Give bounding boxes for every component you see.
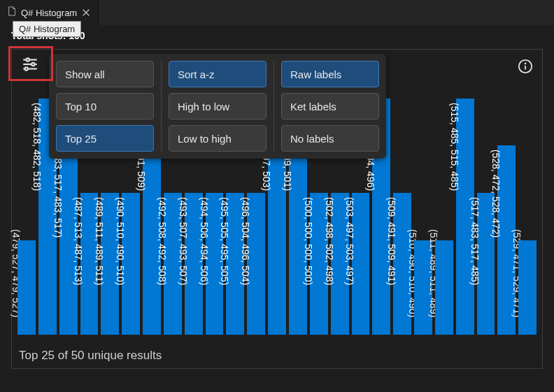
bar-wrap: (479, 527, 479, 527) bbox=[17, 58, 36, 335]
bar-label: (494, 506, 494, 506) bbox=[199, 197, 210, 285]
labels-none[interactable]: No labels bbox=[281, 125, 379, 152]
file-icon bbox=[7, 6, 17, 19]
bar-label: (483, 517, 483, 517) bbox=[52, 150, 64, 238]
labels-ket[interactable]: Ket labels bbox=[281, 93, 379, 119]
tab-strip: Q# Histogram bbox=[0, 0, 554, 25]
sort-az[interactable]: Sort a-z bbox=[169, 61, 267, 87]
svg-point-1 bbox=[27, 58, 29, 61]
footer-text: Top 25 of 50 unique results bbox=[19, 349, 162, 363]
bar-label: (495, 505, 495, 505) bbox=[219, 197, 230, 285]
filter-top-25[interactable]: Top 25 bbox=[56, 125, 154, 152]
bar-label: (489, 511, 489, 511) bbox=[94, 197, 105, 285]
bar-label: (500, 500, 500, 500) bbox=[303, 197, 314, 285]
bar-label: (482, 518, 482, 518) bbox=[31, 103, 43, 191]
filter-top-10[interactable]: Top 10 bbox=[56, 93, 154, 119]
bar-wrap: (529, 471, 529, 471) bbox=[518, 58, 537, 335]
close-icon[interactable] bbox=[81, 8, 91, 17]
bar-wrap: (515, 485, 515, 485) bbox=[456, 58, 474, 335]
info-icon[interactable] bbox=[516, 57, 535, 76]
tab-label: Q# Histogram bbox=[21, 8, 77, 18]
svg-point-5 bbox=[24, 67, 27, 70]
bar[interactable] bbox=[435, 240, 453, 335]
bar[interactable]: (490, 510, 490, 510) bbox=[122, 193, 140, 335]
bar-label: (493, 507, 493, 507) bbox=[178, 197, 189, 285]
bar-wrap: (511, 489, 511, 489) bbox=[435, 58, 453, 335]
settings-icon[interactable] bbox=[16, 52, 44, 76]
bar[interactable]: (503, 497, 503, 497) bbox=[352, 193, 370, 335]
options-panel: Show allTop 10Top 25Sort a-zHigh to lowL… bbox=[49, 54, 386, 159]
bar-label: (487, 513, 487, 513) bbox=[73, 197, 84, 285]
bar-label: (517, 483, 517, 485) bbox=[469, 197, 481, 285]
bar[interactable]: (496, 504, 496, 504) bbox=[247, 193, 265, 335]
panel-separator bbox=[274, 61, 274, 152]
header: Total shots: 100 bbox=[0, 25, 554, 45]
histogram-card: Show allTop 10Top 25Sort a-zHigh to lowL… bbox=[11, 49, 543, 369]
bar-label: (490, 510, 490, 510) bbox=[115, 197, 126, 285]
svg-point-8 bbox=[525, 63, 526, 64]
tab-tooltip: Q# Histogram bbox=[13, 21, 81, 37]
bar-label: (528, 472, 528, 472) bbox=[490, 150, 502, 238]
bar-label: (492, 508, 492, 508) bbox=[157, 197, 168, 285]
sort-high-low[interactable]: High to low bbox=[169, 93, 267, 119]
panel-separator bbox=[161, 61, 162, 152]
bar-label: (502, 498, 502, 498) bbox=[324, 197, 335, 285]
filter-show-all[interactable]: Show all bbox=[56, 61, 154, 87]
bar-label: (503, 497, 503, 497) bbox=[344, 197, 355, 285]
labels-raw[interactable]: Raw labels bbox=[281, 61, 379, 87]
bar[interactable] bbox=[518, 240, 537, 335]
bar-label: (515, 485, 515, 485) bbox=[449, 103, 460, 191]
bar-label: (496, 504, 496, 504) bbox=[240, 197, 251, 285]
sort-low-high[interactable]: Low to high bbox=[169, 125, 267, 152]
bar[interactable] bbox=[17, 240, 36, 335]
svg-point-3 bbox=[31, 63, 34, 66]
bar-label: (509, 491, 509, 491) bbox=[386, 197, 397, 285]
